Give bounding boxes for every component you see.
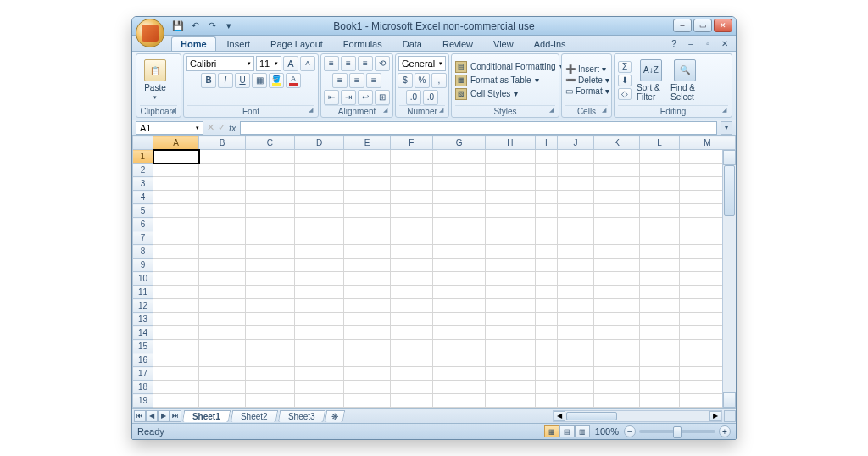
cell-C4[interactable]: [245, 191, 294, 204]
cell-D4[interactable]: [295, 191, 344, 204]
cell-C10[interactable]: [245, 272, 294, 286]
row-header-4[interactable]: 4: [133, 191, 153, 204]
cell-D7[interactable]: [295, 231, 344, 245]
cell-L17[interactable]: [640, 367, 679, 381]
cell-I18[interactable]: [535, 381, 558, 394]
cell-F1[interactable]: [390, 150, 432, 164]
cell-A6[interactable]: [153, 218, 199, 231]
cell-A11[interactable]: [153, 286, 199, 299]
cell-K17[interactable]: [593, 367, 639, 381]
cell-H13[interactable]: [486, 313, 535, 326]
cell-L2[interactable]: [640, 164, 679, 177]
cell-C5[interactable]: [245, 204, 294, 218]
cell-I2[interactable]: [535, 164, 558, 177]
cell-B19[interactable]: [199, 394, 245, 408]
cell-L1[interactable]: [640, 150, 679, 164]
cell-I15[interactable]: [535, 340, 558, 353]
sort-filter-button[interactable]: A↓Z Sort & Filter: [637, 59, 665, 102]
page-layout-view-button[interactable]: ▤: [559, 425, 575, 437]
cell-H5[interactable]: [486, 204, 535, 218]
cell-D12[interactable]: [295, 299, 344, 313]
cell-K8[interactable]: [593, 245, 639, 259]
conditional-formatting-button[interactable]: ▤Conditional Formatting ▾: [455, 61, 564, 73]
cell-I13[interactable]: [535, 313, 558, 326]
tab-insert[interactable]: Insert: [218, 36, 260, 51]
cell-L4[interactable]: [640, 191, 679, 204]
cell-J12[interactable]: [558, 299, 594, 313]
cell-F4[interactable]: [390, 191, 432, 204]
cell-B10[interactable]: [199, 272, 245, 286]
cell-G12[interactable]: [433, 299, 486, 313]
cell-D10[interactable]: [295, 272, 344, 286]
cell-D16[interactable]: [295, 353, 344, 367]
cell-F19[interactable]: [390, 394, 432, 408]
cell-C12[interactable]: [245, 299, 294, 313]
cell-E8[interactable]: [344, 245, 390, 259]
cell-A3[interactable]: [153, 177, 199, 191]
align-bottom-button[interactable]: ≡: [358, 56, 373, 71]
cell-J19[interactable]: [558, 394, 594, 408]
insert-function-icon[interactable]: fx: [229, 123, 236, 133]
enter-icon[interactable]: ✓: [218, 122, 225, 133]
cell-E5[interactable]: [344, 204, 390, 218]
tab-home[interactable]: Home: [171, 36, 216, 51]
mdi-minimize-icon[interactable]: –: [685, 37, 697, 49]
cell-F18[interactable]: [390, 381, 432, 394]
cell-K7[interactable]: [593, 231, 639, 245]
cell-I7[interactable]: [535, 231, 558, 245]
cell-I11[interactable]: [535, 286, 558, 299]
cell-F3[interactable]: [390, 177, 432, 191]
cell-D9[interactable]: [295, 259, 344, 272]
save-icon[interactable]: 💾: [171, 19, 185, 33]
italic-button[interactable]: I: [218, 73, 233, 88]
cell-E13[interactable]: [344, 313, 390, 326]
cell-H10[interactable]: [486, 272, 535, 286]
cell-D17[interactable]: [295, 367, 344, 381]
vertical-scrollbar[interactable]: [722, 150, 736, 408]
cell-G19[interactable]: [433, 394, 486, 408]
cell-A17[interactable]: [153, 367, 199, 381]
minimize-button[interactable]: –: [673, 19, 692, 32]
cell-J3[interactable]: [558, 177, 594, 191]
cell-H2[interactable]: [486, 164, 535, 177]
font-name-combo[interactable]: Calibri▾: [186, 56, 254, 71]
cell-A2[interactable]: [153, 164, 199, 177]
cell-A14[interactable]: [153, 326, 199, 340]
page-break-view-button[interactable]: ▥: [575, 425, 590, 437]
cell-A9[interactable]: [153, 259, 199, 272]
format-cells-button[interactable]: ▭Format ▾: [565, 86, 609, 96]
cell-F13[interactable]: [390, 313, 432, 326]
cell-I17[interactable]: [535, 367, 558, 381]
align-top-button[interactable]: ≡: [324, 56, 339, 71]
expand-formula-bar-icon[interactable]: ▾: [721, 121, 732, 135]
cell-E16[interactable]: [344, 353, 390, 367]
redo-icon[interactable]: ↷: [205, 19, 219, 33]
bold-button[interactable]: B: [201, 73, 216, 88]
cell-J4[interactable]: [558, 191, 594, 204]
border-button[interactable]: ▦: [252, 73, 267, 88]
row-header-5[interactable]: 5: [133, 204, 153, 218]
last-sheet-button[interactable]: ⏭: [170, 410, 181, 422]
cell-J17[interactable]: [558, 367, 594, 381]
cell-E4[interactable]: [344, 191, 390, 204]
grow-font-button[interactable]: A: [283, 56, 298, 71]
cell-L3[interactable]: [640, 177, 679, 191]
cell-J5[interactable]: [558, 204, 594, 218]
cell-H8[interactable]: [486, 245, 535, 259]
cell-C15[interactable]: [245, 340, 294, 353]
cell-H18[interactable]: [486, 381, 535, 394]
row-header-14[interactable]: 14: [133, 326, 153, 340]
cell-G13[interactable]: [433, 313, 486, 326]
cell-D5[interactable]: [295, 204, 344, 218]
col-header-C[interactable]: C: [245, 136, 294, 150]
cell-D11[interactable]: [295, 286, 344, 299]
cell-L8[interactable]: [640, 245, 679, 259]
cell-K3[interactable]: [593, 177, 639, 191]
cell-I19[interactable]: [535, 394, 558, 408]
cell-B14[interactable]: [199, 326, 245, 340]
cell-D1[interactable]: [295, 150, 344, 164]
cell-B16[interactable]: [199, 353, 245, 367]
first-sheet-button[interactable]: ⏮: [134, 410, 146, 422]
cell-K11[interactable]: [593, 286, 639, 299]
cell-A8[interactable]: [153, 245, 199, 259]
